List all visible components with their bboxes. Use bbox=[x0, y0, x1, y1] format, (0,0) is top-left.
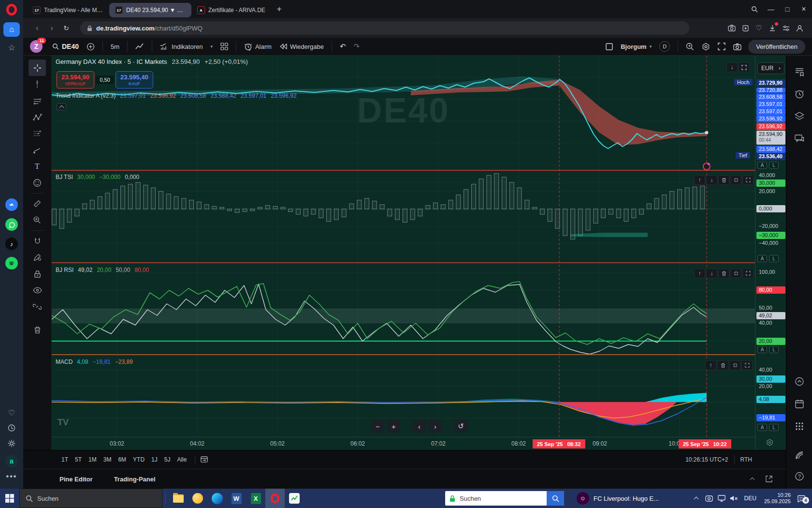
collapse-pane-button[interactable] bbox=[730, 175, 741, 185]
auto-scale-button[interactable]: A bbox=[757, 424, 767, 431]
symbol-search-button[interactable]: DE40 bbox=[48, 40, 83, 53]
zoom-in-tool[interactable] bbox=[29, 212, 46, 228]
scroll-to-recent-button[interactable]: ↓ bbox=[726, 62, 738, 72]
layers-icon[interactable] bbox=[794, 112, 804, 121]
chart-area[interactable]: DE40 Germany DAX 40 Index · 5 · IC Marke… bbox=[52, 56, 755, 437]
edge-icon[interactable] bbox=[207, 489, 227, 508]
parallel-channel-tool[interactable] bbox=[29, 92, 46, 109]
file-explorer-icon[interactable] bbox=[169, 489, 188, 508]
excel-icon[interactable]: X bbox=[246, 489, 265, 508]
indicator-templates-chevron[interactable]: ▾ bbox=[206, 42, 217, 51]
display-tray-icon[interactable] bbox=[715, 495, 728, 502]
chart-settings-icon[interactable] bbox=[698, 40, 714, 53]
favorites-heart-icon[interactable]: ♡ bbox=[752, 21, 766, 35]
tray-expand-chevron[interactable] bbox=[690, 496, 703, 501]
spotify-icon[interactable] bbox=[5, 257, 18, 269]
profile-icon[interactable] bbox=[793, 21, 806, 35]
range-button[interactable]: 5J bbox=[161, 454, 174, 465]
refresh-circle-icon[interactable] bbox=[794, 376, 804, 387]
resolution-circle[interactable]: D bbox=[655, 39, 674, 54]
messenger-icon[interactable] bbox=[5, 198, 18, 211]
news-widget-icon[interactable]: ☺ bbox=[577, 492, 589, 505]
range-button[interactable]: YTD bbox=[130, 454, 148, 465]
delete-pane-button[interactable] bbox=[718, 269, 729, 278]
session-rth[interactable]: RTH bbox=[740, 456, 752, 463]
whatsapp-icon[interactable] bbox=[5, 218, 18, 231]
add-symbol-button[interactable] bbox=[83, 40, 99, 53]
open-panel-window-icon[interactable] bbox=[766, 476, 772, 482]
tab-search-icon[interactable] bbox=[746, 2, 763, 16]
move-pane-up-button[interactable]: ↑ bbox=[694, 175, 705, 185]
fullscreen-icon[interactable] bbox=[714, 40, 729, 53]
word-icon[interactable]: W bbox=[227, 489, 246, 508]
tab-trading-panel[interactable]: Trading-Panel bbox=[114, 476, 156, 483]
move-pane-up-button[interactable]: ↑ bbox=[705, 360, 716, 370]
sidebar-more-icon[interactable]: ••• bbox=[6, 472, 17, 481]
back-button[interactable]: ‹ bbox=[30, 23, 44, 33]
alerts-clock-icon[interactable] bbox=[794, 89, 804, 99]
snapshot-camera-icon[interactable] bbox=[729, 41, 745, 53]
close-button[interactable]: × bbox=[796, 2, 812, 16]
reset-scale-button[interactable] bbox=[739, 62, 750, 72]
text-tool[interactable]: T bbox=[29, 158, 46, 175]
tab-ariva[interactable]: A Zertifikate - ARIVA.DE bbox=[191, 3, 271, 17]
emoji-app-icon[interactable] bbox=[188, 489, 207, 508]
tab-pine-editor[interactable]: Pine Editor bbox=[59, 476, 93, 483]
layout-name[interactable]: Bjorgum▾ bbox=[617, 41, 655, 53]
range-button[interactable]: 1M bbox=[85, 454, 100, 465]
maximize-pane-button[interactable] bbox=[742, 175, 754, 185]
magnet-tool[interactable] bbox=[29, 233, 46, 249]
crosshair-tool[interactable] bbox=[29, 60, 46, 76]
tradingview-logo-watermark[interactable]: TV bbox=[58, 418, 69, 428]
auto-scale-button[interactable]: A bbox=[757, 346, 767, 353]
range-button[interactable]: 1T bbox=[58, 454, 72, 465]
settings-gear-icon[interactable] bbox=[8, 439, 16, 448]
downloads-icon[interactable] bbox=[766, 21, 779, 35]
maximize-button[interactable]: □ bbox=[779, 2, 796, 16]
maximize-pane-button[interactable] bbox=[741, 360, 753, 370]
tab-tradingview-home[interactable]: 17 TradingView - Alle Märkte bbox=[27, 3, 109, 17]
chart-type-button[interactable] bbox=[131, 41, 148, 52]
data-feed-signal-icon[interactable] bbox=[795, 450, 804, 460]
range-button[interactable]: 6M bbox=[115, 454, 130, 465]
range-button[interactable]: 1J bbox=[148, 454, 161, 465]
webcam-tray-icon[interactable] bbox=[703, 495, 715, 502]
emoji-tool[interactable] bbox=[29, 175, 46, 191]
xabcd-pattern-tool[interactable] bbox=[29, 109, 46, 125]
log-scale-button[interactable]: L bbox=[769, 424, 779, 431]
chart-plot[interactable] bbox=[52, 56, 755, 437]
symbol-legend[interactable]: Germany DAX 40 Index · 5 · IC Markets 23… bbox=[56, 58, 248, 65]
indicators-button[interactable]: Indikatoren bbox=[156, 40, 206, 53]
price-scale[interactable]: EUR▾ 23.729,90 23.720,88 23.608,58 23.59… bbox=[755, 56, 786, 450]
likes-heart-icon[interactable]: ♡ bbox=[8, 408, 15, 418]
zoom-out-button[interactable]: − bbox=[371, 420, 384, 433]
undo-button[interactable]: ↶ bbox=[336, 40, 350, 53]
move-pane-up-button[interactable]: ↑ bbox=[694, 269, 705, 278]
quick-search-icon[interactable] bbox=[682, 40, 698, 53]
expand-panel-chevron[interactable] bbox=[751, 477, 754, 481]
news-widget-text[interactable]: FC Liverpool: Hugo E... bbox=[594, 495, 659, 502]
new-tab-button[interactable]: + bbox=[271, 2, 288, 16]
trend-indicator-legend[interactable]: Trend Indicator A (v2.3) 23.597,01 23.59… bbox=[56, 92, 297, 99]
user-avatar[interactable]: Z 11 bbox=[30, 40, 43, 53]
ruler-tool[interactable] bbox=[29, 195, 46, 212]
go-to-date-icon[interactable] bbox=[200, 456, 208, 464]
help-icon[interactable]: ? bbox=[794, 471, 804, 481]
buy-button[interactable]: 23.595,40KAUF bbox=[116, 71, 153, 89]
search-go-button[interactable] bbox=[547, 491, 564, 506]
url-field[interactable]: de.tradingview.com/chart/d50glPWQ bbox=[80, 21, 689, 35]
tiktok-icon[interactable]: ♪ bbox=[5, 238, 18, 250]
macd-legend[interactable]: MACD 4,08 −19,81 −23,89 bbox=[56, 359, 133, 365]
move-pane-down-button[interactable]: ↓ bbox=[706, 175, 717, 185]
auto-scale-button[interactable]: A bbox=[757, 162, 767, 169]
finance-app-icon[interactable] bbox=[285, 489, 304, 508]
taskbar-clock[interactable]: 10:26 25.09.2025 bbox=[764, 492, 791, 505]
lock-drawings-tool[interactable] bbox=[29, 266, 46, 282]
alert-button[interactable]: Alarm bbox=[240, 40, 276, 53]
start-button[interactable] bbox=[0, 489, 19, 508]
chat-icon[interactable] bbox=[794, 134, 804, 143]
tab-de40-active[interactable]: 17 DE40 23.594,90 ▼ −0.45% bbox=[109, 3, 191, 17]
collapse-indicator-button[interactable] bbox=[57, 103, 66, 110]
reload-button[interactable]: ↻ bbox=[59, 24, 73, 32]
keyboard-language[interactable]: DEU bbox=[744, 495, 756, 502]
